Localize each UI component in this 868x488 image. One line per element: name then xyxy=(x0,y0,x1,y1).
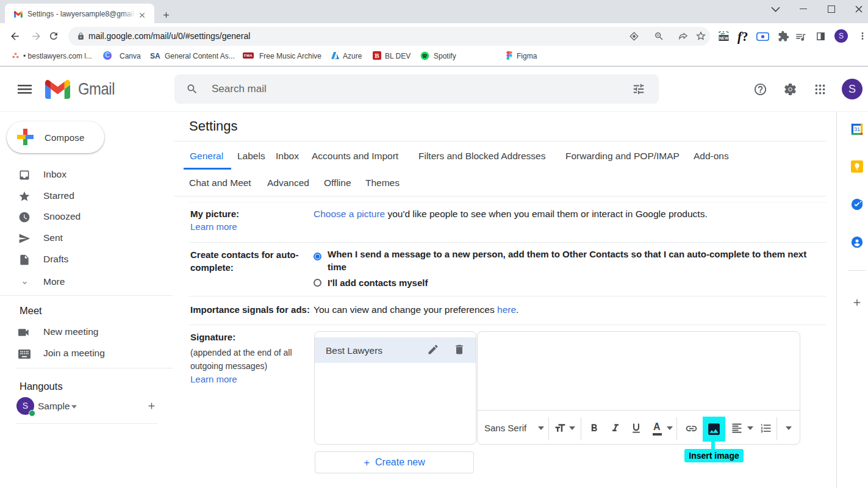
svg-text:31: 31 xyxy=(854,126,860,132)
svg-text:NEW: NEW xyxy=(719,36,729,40)
